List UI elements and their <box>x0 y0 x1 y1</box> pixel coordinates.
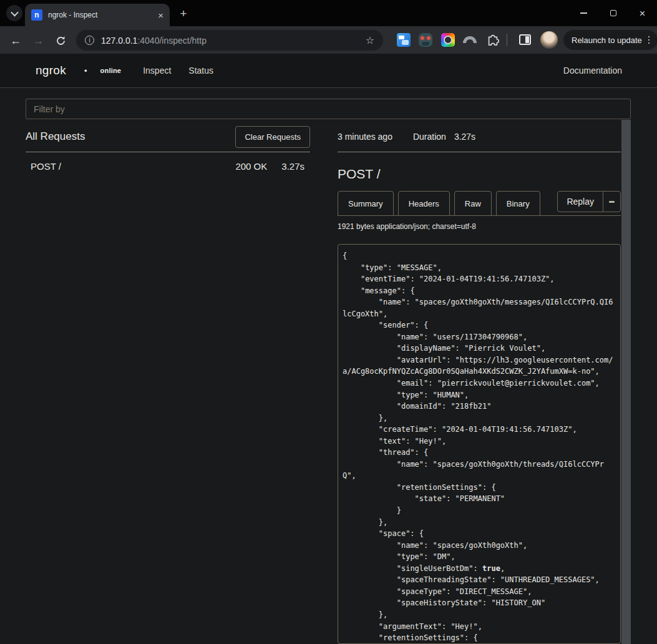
right-divider <box>338 152 621 152</box>
url-host: 127.0.0.1 <box>101 36 137 46</box>
request-method-path: POST / <box>26 161 61 172</box>
toolbar-divider <box>507 34 507 46</box>
url-path: :4040/inspect/http <box>137 36 207 46</box>
new-tab-button[interactable]: + <box>176 6 191 21</box>
extension-window-icon[interactable] <box>397 33 411 47</box>
browser-window: n ngrok - Inspect × + × ← → i 127.0.0.1:… <box>0 0 657 644</box>
status-online-badge: online <box>100 67 122 74</box>
nav-status-link[interactable]: Status <box>188 66 213 76</box>
status-dot-icon: • <box>84 66 87 76</box>
reload-button[interactable] <box>52 32 69 49</box>
request-title: POST / <box>338 167 380 182</box>
site-info-icon[interactable]: i <box>85 36 94 45</box>
maximize-icon <box>610 10 616 16</box>
forward-button[interactable]: → <box>30 32 46 49</box>
replay-caret-icon <box>609 201 615 203</box>
replay-button[interactable]: Replay <box>558 192 603 212</box>
tab-binary[interactable]: Binary <box>496 191 540 216</box>
nav-inspect-link[interactable]: Inspect <box>143 66 171 76</box>
back-button[interactable]: ← <box>7 32 24 49</box>
relaunch-label: Relaunch to update <box>572 36 642 45</box>
requests-panel-header: All Requests Clear Requests <box>26 124 310 149</box>
left-divider <box>26 152 310 152</box>
request-time-ago: 3 minutes ago <box>338 132 392 142</box>
filter-input[interactable] <box>26 99 631 119</box>
body-meta-text: 1921 bytes application/json; charset=utf… <box>338 222 476 231</box>
nav-documentation-link[interactable]: Documentation <box>563 66 622 76</box>
minimize-button[interactable] <box>569 0 598 26</box>
relaunch-to-update-button[interactable]: Relaunch to update <box>563 30 657 50</box>
address-bar[interactable]: i 127.0.0.1:4040/inspect/http ☆ <box>76 30 383 51</box>
detail-tabs: Summary Headers Raw Binary Replay <box>338 191 621 216</box>
request-list-item[interactable]: POST / 200 OK 3.27s <box>26 157 310 175</box>
tab-raw[interactable]: Raw <box>454 191 492 216</box>
tab-strip: n ngrok - Inspect × + × <box>0 0 657 26</box>
tab-summary[interactable]: Summary <box>338 191 394 216</box>
close-icon: × <box>640 8 646 19</box>
replay-dropdown-button[interactable] <box>603 192 620 212</box>
browser-tab[interactable]: n ngrok - Inspect × <box>25 4 170 26</box>
close-button[interactable]: × <box>628 0 657 26</box>
profile-avatar[interactable] <box>540 31 558 49</box>
ngrok-header: ngrok • online Inspect Status Documentat… <box>0 54 657 88</box>
side-panel-icon[interactable] <box>519 34 531 45</box>
all-requests-title: All Requests <box>26 130 85 143</box>
clear-requests-button[interactable]: Clear Requests <box>235 126 310 148</box>
url-text: 127.0.0.1:4040/inspect/http <box>101 36 207 46</box>
extension-monkey-icon[interactable] <box>419 33 432 47</box>
tab-headers[interactable]: Headers <box>398 191 450 216</box>
request-duration: 3.27s <box>281 161 304 172</box>
maximize-button[interactable] <box>598 0 628 26</box>
extension-lens-icon[interactable] <box>441 33 455 47</box>
duration-label: Duration <box>413 132 446 142</box>
duration-value: 3.27s <box>454 132 475 142</box>
tab-search-button[interactable] <box>6 5 22 21</box>
tab-close-icon[interactable]: × <box>158 11 163 20</box>
chevron-down-icon <box>11 8 19 16</box>
bookmark-star-icon[interactable]: ☆ <box>366 34 374 46</box>
ngrok-logo[interactable]: ngrok <box>36 64 66 77</box>
request-body-json: { "type": "MESSAGE", "eventTime": "2024-… <box>343 250 616 644</box>
ngrok-favicon-icon: n <box>31 9 42 21</box>
replay-split-button: Replay <box>557 191 621 212</box>
vertical-scrollbar[interactable] <box>621 120 631 644</box>
minimize-icon <box>580 12 587 14</box>
window-controls: × <box>569 0 657 26</box>
detail-panel-header: 3 minutes ago Duration 3.27s <box>338 124 621 149</box>
browser-menu-icon[interactable] <box>648 36 650 44</box>
extensions-puzzle-icon[interactable] <box>486 32 500 46</box>
request-body-container: { "type": "MESSAGE", "eventTime": "2024-… <box>338 244 621 644</box>
request-status: 200 OK <box>235 161 267 172</box>
tab-title: ngrok - Inspect <box>48 11 97 19</box>
reload-icon <box>56 36 66 46</box>
